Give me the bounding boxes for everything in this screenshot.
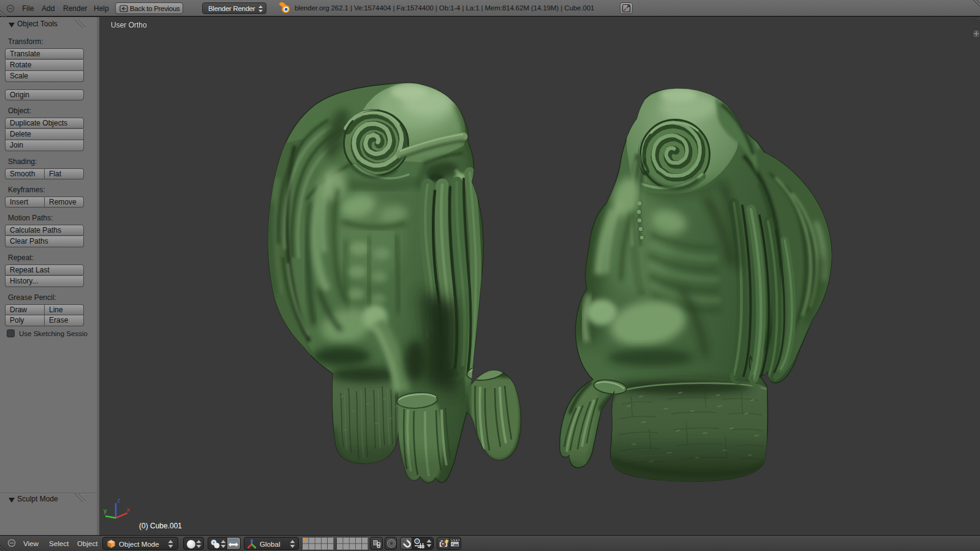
- svg-text:y: y: [104, 507, 107, 514]
- svg-text:z: z: [117, 497, 121, 504]
- svg-text:x: x: [127, 506, 130, 513]
